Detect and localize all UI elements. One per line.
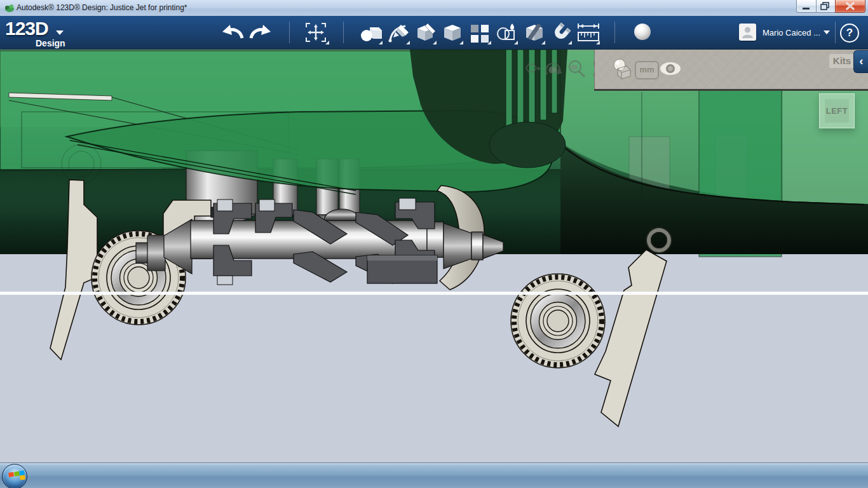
units-button[interactable]: mm xyxy=(635,61,659,79)
kits-label[interactable]: Kits xyxy=(829,54,855,68)
viewport-3d[interactable] xyxy=(0,49,868,463)
user-name[interactable]: Mario Caiced ... xyxy=(763,28,820,37)
close-button[interactable] xyxy=(835,0,865,13)
start-button[interactable] xyxy=(2,464,27,488)
app-logo[interactable]: 123D xyxy=(5,18,48,39)
zoom-selection-icon[interactable] xyxy=(567,59,587,79)
restore-button[interactable] xyxy=(816,0,836,13)
transform-icon[interactable] xyxy=(304,21,328,44)
ground-grid-line xyxy=(0,292,868,295)
app-window-icon xyxy=(4,3,15,13)
visibility-eye-icon[interactable] xyxy=(660,62,681,76)
avatar[interactable] xyxy=(739,24,756,41)
wheel-right[interactable] xyxy=(511,274,605,368)
redo-icon[interactable] xyxy=(249,23,272,41)
viewcube-face-label[interactable]: LEFT xyxy=(825,99,849,123)
help-button[interactable]: ? xyxy=(840,24,859,43)
taskbar: S ES xyxy=(0,463,868,488)
material-view-icon[interactable] xyxy=(611,58,633,80)
titlebar[interactable]: Autodesk® 123D® Design: Justice Jet for … xyxy=(0,0,868,17)
logo-menu-caret-icon[interactable] xyxy=(56,30,64,35)
window-title: Autodesk® 123D® Design: Justice Jet for … xyxy=(17,3,187,12)
minimize-button[interactable] xyxy=(796,0,817,13)
user-menu-caret-icon[interactable] xyxy=(824,30,830,34)
material-sphere-icon[interactable] xyxy=(634,24,651,40)
rotate-icon[interactable] xyxy=(543,59,564,79)
desktop: mm Kits ‹ LEFT Autodesk® 123D® Design: J… xyxy=(0,0,868,488)
app-logo-product: Design xyxy=(36,38,65,48)
user-icon xyxy=(739,24,756,41)
viewcube[interactable]: LEFT xyxy=(819,93,855,128)
app-toolbar: 123D Design xyxy=(0,16,868,50)
undo-icon[interactable] xyxy=(221,23,244,41)
move-gizmo-icon[interactable] xyxy=(522,59,541,78)
panel-collapse-button[interactable]: ‹ xyxy=(853,50,868,73)
